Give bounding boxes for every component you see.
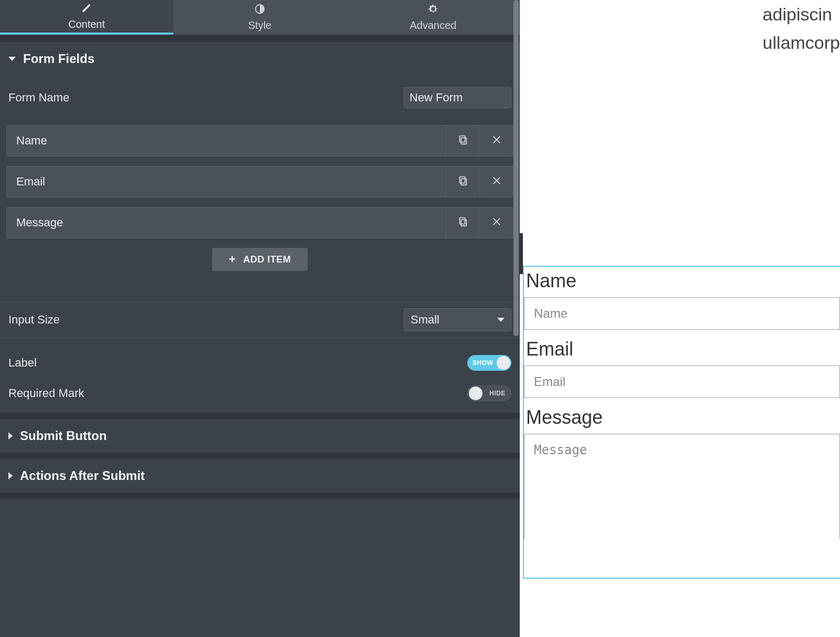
preview-label: Name bbox=[526, 270, 840, 292]
section-submit-button[interactable]: Submit Button bbox=[0, 419, 520, 453]
required-mark-row: Required Mark HIDE bbox=[6, 382, 513, 413]
form-name-row: Form Name bbox=[6, 76, 513, 120]
gear-icon bbox=[427, 3, 439, 17]
input-size-select[interactable]: Small bbox=[404, 308, 511, 331]
field-item-label[interactable]: Email bbox=[7, 166, 446, 197]
field-item[interactable]: Name bbox=[6, 125, 513, 156]
editor-panel: Content Style Advanced Form Fields Form … bbox=[0, 0, 520, 637]
remove-button[interactable] bbox=[479, 166, 513, 197]
svg-rect-1 bbox=[461, 138, 466, 144]
toggle-state: HIDE bbox=[489, 390, 506, 397]
form-name-input[interactable] bbox=[404, 87, 511, 108]
preview-field-message: Message bbox=[524, 403, 840, 546]
copy-icon bbox=[457, 134, 469, 148]
section-title: Submit Button bbox=[20, 429, 107, 443]
tab-content[interactable]: Content bbox=[0, 0, 173, 35]
tab-style[interactable]: Style bbox=[173, 0, 346, 35]
section-form-fields[interactable]: Form Fields bbox=[0, 42, 520, 76]
close-icon bbox=[491, 134, 502, 148]
tab-advanced-label: Advanced bbox=[410, 19, 457, 32]
field-item-label[interactable]: Message bbox=[7, 207, 446, 238]
preview-pane: adipiscin ullamcorp Name Email Message bbox=[523, 0, 840, 637]
divider bbox=[0, 453, 520, 459]
divider bbox=[0, 413, 520, 419]
field-item[interactable]: Message bbox=[6, 207, 513, 238]
chevron-down-icon bbox=[8, 57, 16, 61]
preview-field-email: Email bbox=[524, 335, 840, 403]
chevron-down-icon bbox=[497, 318, 505, 322]
input-size-row: Input Size Small bbox=[6, 297, 513, 343]
panel-tabs: Content Style Advanced bbox=[0, 0, 520, 35]
input-size-value: Small bbox=[411, 313, 439, 327]
section-title: Form Fields bbox=[23, 51, 94, 66]
duplicate-button[interactable] bbox=[446, 166, 479, 197]
preview-text: adipiscin ullamcorp bbox=[763, 0, 840, 57]
preview-email-input[interactable] bbox=[524, 366, 840, 398]
label-toggle[interactable]: SHOW bbox=[467, 355, 511, 371]
add-item-label: ADD ITEM bbox=[243, 254, 291, 265]
tab-style-label: Style bbox=[248, 19, 271, 32]
tab-content-label: Content bbox=[68, 18, 105, 30]
preview-label: Message bbox=[526, 406, 840, 429]
required-mark-label: Required Mark bbox=[8, 387, 84, 400]
add-item-button[interactable]: + ADD ITEM bbox=[212, 248, 308, 271]
preview-label: Email bbox=[526, 338, 840, 360]
fields-list: Name Email bbox=[6, 120, 513, 296]
close-icon bbox=[491, 216, 502, 229]
section-title: Actions After Submit bbox=[20, 468, 145, 483]
remove-button[interactable] bbox=[479, 207, 513, 238]
copy-icon bbox=[457, 216, 469, 229]
copy-icon bbox=[457, 175, 469, 189]
section-body: Form Name Name Email bbox=[0, 76, 520, 413]
chevron-right-icon bbox=[8, 472, 13, 479]
input-size-label: Input Size bbox=[8, 313, 60, 327]
toggle-state: SHOW bbox=[472, 359, 493, 367]
svg-rect-4 bbox=[459, 177, 465, 183]
chevron-right-icon bbox=[8, 432, 13, 440]
duplicate-button[interactable] bbox=[446, 126, 479, 156]
svg-rect-2 bbox=[459, 136, 465, 142]
lorem-line: adipiscin bbox=[763, 0, 840, 28]
plus-icon: + bbox=[229, 254, 236, 265]
preview-form[interactable]: Name Email Message bbox=[523, 266, 840, 579]
duplicate-button[interactable] bbox=[446, 207, 479, 238]
lorem-line: ullamcorp bbox=[763, 28, 840, 57]
preview-field-name: Name bbox=[524, 267, 840, 335]
svg-rect-6 bbox=[459, 218, 465, 224]
form-name-label: Form Name bbox=[8, 91, 69, 105]
preview-message-input[interactable] bbox=[524, 434, 840, 539]
toggle-knob bbox=[497, 356, 510, 370]
svg-rect-5 bbox=[461, 220, 466, 226]
field-item[interactable]: Email bbox=[6, 166, 513, 197]
divider bbox=[0, 35, 520, 42]
divider bbox=[0, 493, 520, 499]
label-toggle-label: Label bbox=[8, 356, 37, 370]
tab-advanced[interactable]: Advanced bbox=[346, 0, 520, 35]
contrast-icon bbox=[254, 3, 266, 17]
label-toggle-row: Label SHOW bbox=[6, 343, 513, 382]
pencil-icon bbox=[81, 2, 92, 16]
section-actions-after-submit[interactable]: Actions After Submit bbox=[0, 459, 520, 493]
remove-button[interactable] bbox=[479, 126, 513, 156]
scrollbar-thumb[interactable] bbox=[513, 0, 519, 336]
field-item-label[interactable]: Name bbox=[7, 126, 446, 156]
preview-name-input[interactable] bbox=[524, 297, 840, 330]
required-mark-toggle[interactable]: HIDE bbox=[467, 385, 511, 401]
svg-rect-3 bbox=[461, 179, 466, 185]
toggle-knob bbox=[469, 387, 482, 400]
close-icon bbox=[491, 175, 502, 189]
